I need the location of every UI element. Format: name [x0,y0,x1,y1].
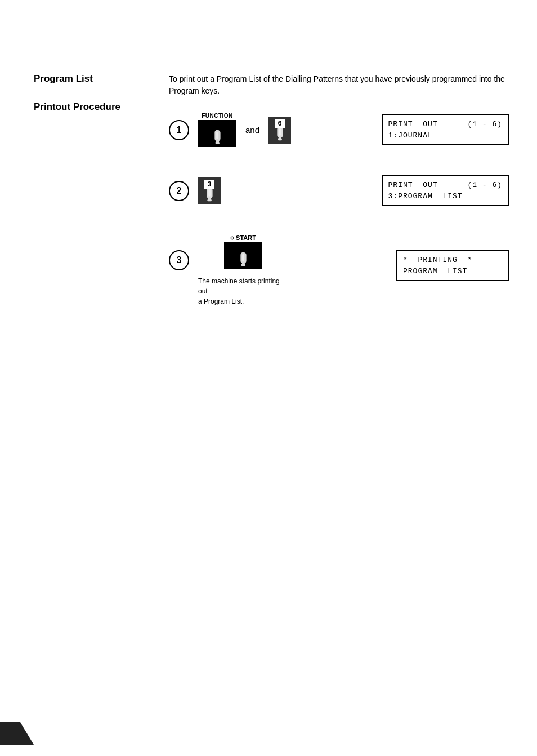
left-column: Program List Printout Procedure [34,73,158,113]
finger-icon-1b [272,126,287,141]
steps-container: 1 FUNCTION and [169,113,509,306]
step-row-2: 2 3 PRINT OUT (1 - [169,175,509,206]
function-key-rect[interactable] [198,120,236,147]
step-number-1: 1 [177,125,182,135]
svg-rect-0 [216,132,218,139]
step-badge-2: 2 [169,181,189,201]
display-line1-3: * PRINTING * [403,255,502,266]
step-badge-3: 3 [169,250,189,270]
start-key-rect[interactable] [224,242,262,269]
step-number-2: 2 [177,186,182,196]
finger-icon-2 [202,186,217,202]
display-box-2: PRINT OUT (1 - 6) 3:PROGRAM LIST [382,175,509,206]
display-box-3: * PRINTING * PROGRAM LIST [396,250,509,281]
step-badge-1: 1 [169,120,189,140]
function-key-label: FUNCTION [202,113,233,119]
finger-icon-3 [236,251,250,267]
svg-rect-1 [279,128,281,135]
corner-decoration [0,722,34,745]
step-number-3: 3 [177,255,182,265]
display-line1-2: PRINT OUT (1 - 6) [388,180,502,191]
section-title: Program List [34,73,158,85]
svg-rect-2 [208,189,211,196]
display-line2-3: PROGRAM LIST [403,266,502,277]
start-text: START [236,234,256,241]
finger-icon-1 [210,129,225,145]
step-row-3: 3 ◇ START The machine start [169,234,509,306]
intro-text: To print out a Program List of the Diall… [169,73,509,97]
step-row-1: 1 FUNCTION and [169,113,509,147]
display-line1-1: PRINT OUT (1 - 6) [388,119,502,130]
diamond-icon: ◇ [230,235,234,241]
section-subtitle: Printout Procedure [34,101,158,113]
number3-label: 3 [204,180,214,189]
number6-key-block: 6 [268,117,291,144]
caption-text: The machine starts printing outa Program… [198,276,288,306]
and-text: and [245,125,259,135]
start-key-block: ◇ START The machine starts printing outa… [198,234,288,306]
number6-key-rect[interactable]: 6 [268,117,291,144]
start-key-label: ◇ START [230,234,256,241]
display-box-1: PRINT OUT (1 - 6) 1:JOURNAL [382,114,509,145]
page: Program List Printout Procedure To print… [0,0,537,756]
svg-rect-3 [242,254,244,261]
number3-key-rect[interactable]: 3 [198,177,221,204]
right-column: To print out a Program List of the Diall… [169,73,509,306]
display-line2-1: 1:JOURNAL [388,130,502,141]
display-line2-2: 3:PROGRAM LIST [388,191,502,202]
number3-key-block: 3 [198,177,221,204]
number6-label: 6 [275,119,285,128]
function-key-block: FUNCTION [198,113,236,147]
